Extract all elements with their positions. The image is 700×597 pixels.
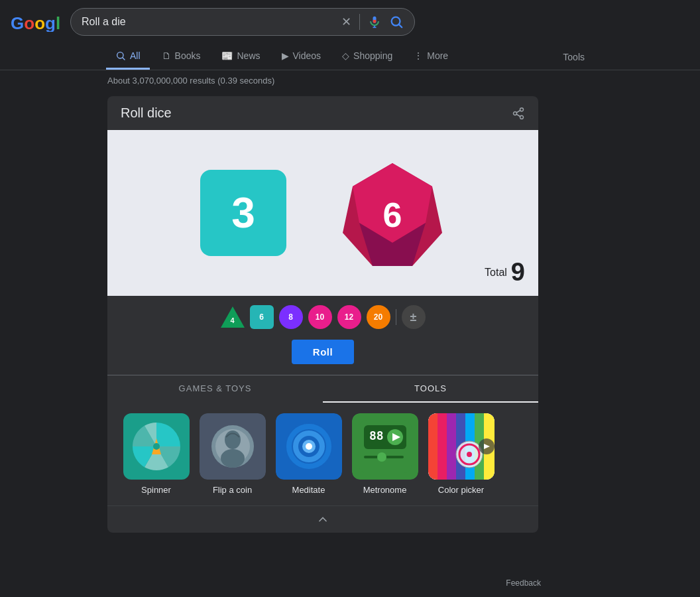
results-count: About 3,070,000,000 results (0.39 second… — [0, 70, 700, 91]
nav-tools[interactable]: Tools — [554, 45, 594, 69]
header: Google ✕ — [0, 0, 700, 44]
main-nav: All 🗋 Books 📰 News ▶ Videos ◇ Shopping ⋮… — [0, 44, 700, 70]
svg-point-11 — [520, 115, 524, 119]
nav-item-shopping[interactable]: ◇ Shopping — [333, 44, 402, 70]
mic-button[interactable] — [368, 15, 381, 29]
roll-button-row: Roll — [107, 334, 538, 375]
colorpicker-label: Color picker — [438, 485, 484, 495]
shopping-icon: ◇ — [342, 50, 349, 61]
books-icon: 🗋 — [162, 50, 171, 61]
tool-card-spinner[interactable]: Spinner — [118, 411, 194, 498]
video-icon: ▶ — [282, 50, 289, 61]
svg-line-6 — [399, 25, 402, 27]
tab-tools[interactable]: TOOLS — [323, 375, 538, 403]
dice-area: 3 6 Total 9 — [107, 130, 538, 296]
svg-line-8 — [123, 58, 125, 60]
svg-point-9 — [520, 107, 524, 111]
search-icon — [115, 50, 126, 61]
feedback-link[interactable]: Feedback — [506, 578, 541, 588]
tool-cards: Spinner Flip a coin — [107, 403, 538, 505]
meditate-label: Meditate — [292, 485, 325, 495]
d4-chip[interactable]: 4 — [221, 305, 245, 329]
nav-item-more[interactable]: ⋮ More — [404, 44, 457, 70]
d4-label: 4 — [230, 316, 234, 324]
svg-point-47 — [467, 452, 472, 457]
scroll-arrow[interactable] — [107, 505, 538, 533]
svg-point-10 — [514, 111, 517, 115]
d8-chip[interactable]: 8 — [279, 305, 303, 329]
svg-rect-40 — [447, 413, 456, 480]
nav-item-all[interactable]: All — [106, 44, 150, 70]
google-logo: Google — [11, 12, 60, 32]
svg-text:Google: Google — [11, 13, 60, 32]
search-input[interactable] — [82, 16, 336, 28]
d6-chip[interactable]: 6 — [250, 305, 274, 329]
search-button[interactable] — [389, 15, 404, 29]
tool-card-metronome[interactable]: 88 Metronome — [347, 411, 423, 498]
share-button[interactable] — [512, 107, 525, 120]
search-bar[interactable]: ✕ — [70, 8, 415, 36]
nav-item-news[interactable]: 📰 News — [212, 44, 269, 70]
svg-point-24 — [221, 449, 245, 468]
dice-total: Total 9 — [485, 258, 525, 287]
roll-button[interactable]: Roll — [292, 340, 354, 364]
tool-card-meditate[interactable]: Meditate — [270, 411, 347, 498]
svg-line-12 — [516, 110, 520, 113]
svg-rect-39 — [438, 413, 447, 480]
card-header: Roll dice — [107, 96, 538, 130]
dice-selector: 4 6 8 10 12 20 ± — [107, 296, 538, 334]
svg-text:6: 6 — [383, 196, 402, 234]
tool-tabs: GAMES & TOYS TOOLS — [107, 375, 538, 403]
chip-separator — [396, 309, 396, 325]
coin-label: Flip a coin — [213, 485, 252, 495]
metronome-label: Metronome — [363, 485, 407, 495]
tab-games[interactable]: GAMES & TOYS — [107, 375, 323, 403]
d6-die[interactable]: 3 — [200, 170, 286, 256]
main-card: Roll dice 3 6 — [107, 96, 538, 533]
tool-card-colorpicker[interactable]: Color picker — [423, 411, 499, 498]
svg-point-29 — [306, 443, 312, 450]
svg-rect-38 — [428, 413, 438, 480]
d12-die[interactable]: 6 — [339, 157, 445, 269]
svg-text:88: 88 — [369, 429, 384, 442]
svg-point-36 — [377, 452, 386, 462]
card-title: Roll dice — [121, 105, 172, 121]
spinner-label: Spinner — [141, 485, 171, 495]
clear-button[interactable]: ✕ — [341, 15, 351, 29]
divider — [359, 14, 360, 30]
nav-item-videos[interactable]: ▶ Videos — [272, 44, 331, 70]
news-icon: 📰 — [221, 50, 233, 61]
d20-chip[interactable]: 20 — [367, 305, 390, 329]
tool-card-coin[interactable]: Flip a coin — [194, 411, 270, 498]
d10-chip[interactable]: 10 — [308, 305, 332, 329]
more-dots-icon: ⋮ — [414, 50, 423, 61]
d12-chip[interactable]: 12 — [337, 305, 361, 329]
svg-point-20 — [153, 443, 160, 450]
nav-item-books[interactable]: 🗋 Books — [152, 44, 210, 70]
svg-line-13 — [516, 114, 520, 117]
add-chip[interactable]: ± — [402, 305, 426, 329]
